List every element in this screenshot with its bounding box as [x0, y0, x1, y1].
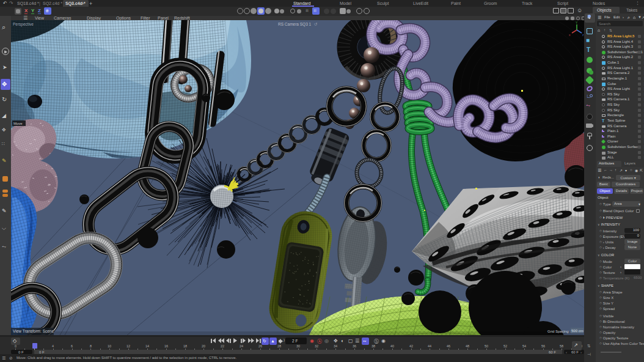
svg-text:RS Camera SQ3 1: RS Camera SQ3 1 [278, 22, 312, 27]
svg-text:500 cm: 500 cm [571, 329, 584, 333]
svg-text:Perspective: Perspective [13, 22, 34, 27]
svg-text:View Transform: Scene: View Transform: Scene [13, 329, 54, 333]
svg-text:Move: Move [13, 122, 23, 125]
svg-text:Grid Spacing :: Grid Spacing : [547, 330, 571, 333]
svg-text:↺: ↺ [314, 22, 317, 26]
